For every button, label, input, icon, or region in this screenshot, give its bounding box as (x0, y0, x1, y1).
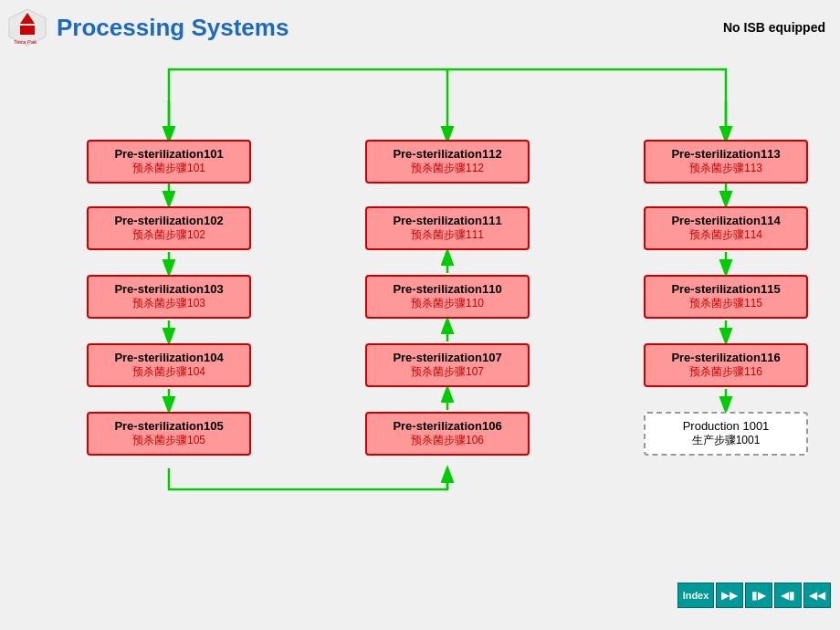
flow-arrows (0, 51, 840, 617)
step-forward-button[interactable]: ▮▶ (745, 583, 772, 608)
box-113-zh: 预杀菌步骤113 (649, 161, 803, 176)
box-112-zh: 预杀菌步骤112 (371, 161, 524, 176)
box-102-zh: 预杀菌步骤102 (92, 227, 246, 243)
box-112-en: Pre-sterilization112 (371, 147, 524, 161)
box-110-en: Pre-sterilization110 (371, 282, 524, 296)
prod-zh: 生产步骤1001 (649, 433, 803, 448)
play-back-button[interactable]: ◀◀ (803, 583, 831, 608)
box-101[interactable]: Pre-sterilization101 预杀菌步骤101 (87, 140, 251, 184)
box-105-en: Pre-sterilization105 (92, 419, 246, 433)
box-102[interactable]: Pre-sterilization102 预杀菌步骤102 (87, 206, 251, 250)
box-115-zh: 预杀菌步骤115 (649, 296, 803, 311)
box-114-zh: 预杀菌步骤114 (649, 227, 803, 243)
box-114-en: Pre-sterilization114 (649, 214, 803, 227)
box-116-en: Pre-sterilization116 (649, 351, 803, 364)
box-106-en: Pre-sterilization106 (371, 419, 524, 433)
flow-diagram: Pre-sterilization101 预杀菌步骤101 Pre-steril… (0, 51, 840, 617)
box-111-en: Pre-sterilization111 (371, 214, 524, 227)
box-112[interactable]: Pre-sterilization112 预杀菌步骤112 (365, 140, 530, 184)
box-116[interactable]: Pre-sterilization116 预杀菌步骤116 (644, 343, 808, 387)
box-116-zh: 预杀菌步骤116 (649, 364, 803, 380)
box-103-zh: 预杀菌步骤103 (92, 296, 246, 311)
box-113-en: Pre-sterilization113 (649, 147, 803, 161)
box-110-zh: 预杀菌步骤110 (371, 296, 524, 311)
prod-en: Production 1001 (649, 419, 803, 433)
box-104-en: Pre-sterilization104 (92, 351, 246, 364)
step-back-button[interactable]: ◀▮ (774, 583, 802, 608)
play-forward-button[interactable]: ▶▶ (716, 583, 743, 608)
logo-title-area: Tetra Pak Processing Systems (7, 7, 289, 47)
box-105[interactable]: Pre-sterilization105 预杀菌步骤105 (87, 412, 251, 456)
box-115-en: Pre-sterilization115 (649, 282, 803, 296)
box-prod1001[interactable]: Production 1001 生产步骤1001 (644, 412, 808, 456)
page-title: Processing Systems (57, 14, 289, 42)
box-104-zh: 预杀菌步骤104 (92, 364, 246, 380)
nav-buttons: Index ▶▶ ▮▶ ◀▮ ◀◀ (677, 583, 831, 608)
box-115[interactable]: Pre-sterilization115 预杀菌步骤115 (644, 275, 808, 319)
box-114[interactable]: Pre-sterilization114 预杀菌步骤114 (644, 206, 808, 250)
box-111-zh: 预杀菌步骤111 (371, 227, 524, 243)
box-110[interactable]: Pre-sterilization110 预杀菌步骤110 (365, 275, 530, 319)
box-107-zh: 预杀菌步骤107 (371, 364, 524, 380)
box-113[interactable]: Pre-sterilization113 预杀菌步骤113 (644, 140, 808, 184)
box-107-en: Pre-sterilization107 (371, 351, 524, 364)
box-103[interactable]: Pre-sterilization103 预杀菌步骤103 (87, 275, 251, 319)
box-101-zh: 预杀菌步骤101 (92, 161, 246, 176)
tetra-pak-logo: Tetra Pak (7, 7, 47, 47)
svg-rect-2 (20, 26, 35, 35)
box-106-zh: 预杀菌步骤106 (371, 433, 524, 448)
box-111[interactable]: Pre-sterilization111 预杀菌步骤111 (365, 206, 530, 250)
box-106[interactable]: Pre-sterilization106 预杀菌步骤106 (365, 412, 530, 456)
no-isb-label: No ISB equipped (723, 20, 825, 35)
box-104[interactable]: Pre-sterilization104 预杀菌步骤104 (87, 343, 251, 387)
box-105-zh: 预杀菌步骤105 (92, 433, 246, 448)
svg-text:Tetra Pak: Tetra Pak (14, 39, 37, 45)
box-107[interactable]: Pre-sterilization107 预杀菌步骤107 (365, 343, 530, 387)
box-102-en: Pre-sterilization102 (92, 214, 246, 227)
index-button[interactable]: Index (677, 583, 714, 608)
box-101-en: Pre-sterilization101 (92, 147, 246, 161)
box-103-en: Pre-sterilization103 (92, 282, 246, 296)
